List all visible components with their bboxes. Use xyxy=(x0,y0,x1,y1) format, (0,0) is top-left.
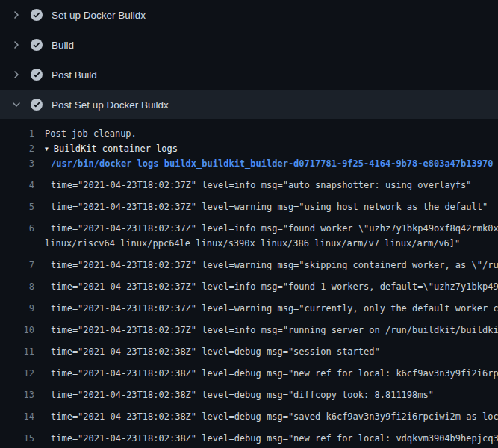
line-number[interactable]: 14 xyxy=(0,409,45,424)
line-number[interactable]: 8 xyxy=(0,279,45,294)
line-number[interactable]: 4 xyxy=(0,178,45,193)
section-label: Post Set up Docker Buildx xyxy=(52,99,169,111)
line-number[interactable]: 5 xyxy=(0,199,45,214)
log-line: 14time="2021-04-23T18:02:38Z" level=debu… xyxy=(0,402,498,424)
log-text: ▼BuildKit container logs xyxy=(45,141,178,156)
log-line: 8time="2021-04-23T18:02:37Z" level=info … xyxy=(0,273,498,294)
group-label: BuildKit container logs xyxy=(54,143,178,154)
log-line: linux/riscv64 linux/ppc64le linux/s390x … xyxy=(0,236,498,251)
chevron-right-icon[interactable] xyxy=(10,39,22,51)
log-text: time="2021-04-23T18:02:37Z" level=info m… xyxy=(45,279,498,294)
steps-list: Set up Docker BuildxBuildPost BuildPost … xyxy=(0,0,498,119)
log-text: time="2021-04-23T18:02:38Z" level=debug … xyxy=(45,431,498,446)
log-text: time="2021-04-23T18:02:38Z" level=debug … xyxy=(45,344,380,359)
log-line: 5time="2021-04-23T18:02:37Z" level=warni… xyxy=(0,193,498,214)
log-text: time="2021-04-23T18:02:37Z" level=warnin… xyxy=(45,258,498,273)
log-line: 3/usr/bin/docker logs buildx_buildkit_bu… xyxy=(0,156,498,171)
log-line: 15time="2021-04-23T18:02:38Z" level=debu… xyxy=(0,424,498,446)
log-line: 11time="2021-04-23T18:02:38Z" level=debu… xyxy=(0,337,498,359)
line-number[interactable]: 12 xyxy=(0,366,45,381)
line-number[interactable]: 10 xyxy=(0,323,45,337)
log-text: time="2021-04-23T18:02:38Z" level=debug … xyxy=(45,366,498,381)
log-line: 12time="2021-04-23T18:02:38Z" level=debu… xyxy=(0,359,498,381)
check-circle-icon xyxy=(31,99,43,111)
log-text: linux/riscv64 linux/ppc64le linux/s390x … xyxy=(45,236,460,251)
log-text: time="2021-04-23T18:02:37Z" level=info m… xyxy=(45,323,498,337)
log-line: 9time="2021-04-23T18:02:37Z" level=warni… xyxy=(0,294,498,316)
log-line: 13time="2021-04-23T18:02:38Z" level=debu… xyxy=(0,381,498,402)
log-text: time="2021-04-23T18:02:38Z" level=debug … xyxy=(45,388,434,402)
log-group-header[interactable]: 2▼BuildKit container logs xyxy=(0,141,498,156)
log-line: 1Post job cleanup. xyxy=(0,126,498,141)
command-text: /usr/bin/docker logs buildx_buildkit_bui… xyxy=(45,156,493,171)
line-number[interactable]: 15 xyxy=(0,431,45,446)
line-number[interactable]: 7 xyxy=(0,258,45,273)
log-text: time="2021-04-23T18:02:37Z" level=info m… xyxy=(45,178,472,193)
log-line: 7time="2021-04-23T18:02:37Z" level=warni… xyxy=(0,251,498,273)
line-number[interactable]: 2 xyxy=(0,141,45,156)
line-number[interactable]: 11 xyxy=(0,344,45,359)
log-line: 6time="2021-04-23T18:02:37Z" level=info … xyxy=(0,214,498,236)
collapse-triangle-icon: ▼ xyxy=(45,142,49,157)
chevron-right-icon[interactable] xyxy=(10,9,22,21)
check-circle-icon xyxy=(31,69,43,81)
log-line: 10time="2021-04-23T18:02:37Z" level=info… xyxy=(0,316,498,337)
section-header-build[interactable]: Build xyxy=(0,30,498,60)
section-label: Set up Docker Buildx xyxy=(52,10,146,21)
line-number[interactable]: 13 xyxy=(0,388,45,402)
log-line: 4time="2021-04-23T18:02:37Z" level=info … xyxy=(0,171,498,193)
section-header-post-set-up-docker-buildx[interactable]: Post Set up Docker Buildx xyxy=(0,90,498,119)
line-number[interactable]: 3 xyxy=(0,156,45,171)
log-text: time="2021-04-23T18:02:37Z" level=warnin… xyxy=(45,301,498,316)
log-text: time="2021-04-23T18:02:38Z" level=debug … xyxy=(45,409,498,424)
log-text: Post job cleanup. xyxy=(45,126,137,141)
line-number[interactable]: 1 xyxy=(0,126,45,141)
line-number[interactable]: 9 xyxy=(0,301,45,316)
log-console: 1Post job cleanup.2▼BuildKit container l… xyxy=(0,119,498,448)
chevron-down-icon[interactable] xyxy=(10,99,22,111)
line-number xyxy=(0,236,45,251)
section-label: Build xyxy=(52,40,74,51)
chevron-right-icon[interactable] xyxy=(10,69,22,81)
section-header-set-up-docker-buildx[interactable]: Set up Docker Buildx xyxy=(0,0,498,30)
section-label: Post Build xyxy=(52,69,97,81)
line-number[interactable]: 6 xyxy=(0,221,45,236)
check-circle-icon xyxy=(31,39,43,51)
log-text: time="2021-04-23T18:02:37Z" level=warnin… xyxy=(45,199,488,214)
section-header-post-build[interactable]: Post Build xyxy=(0,60,498,90)
actions-log-viewer: Set up Docker BuildxBuildPost BuildPost … xyxy=(0,0,498,448)
log-text: time="2021-04-23T18:02:37Z" level=info m… xyxy=(45,221,498,236)
check-circle-icon xyxy=(31,9,43,21)
